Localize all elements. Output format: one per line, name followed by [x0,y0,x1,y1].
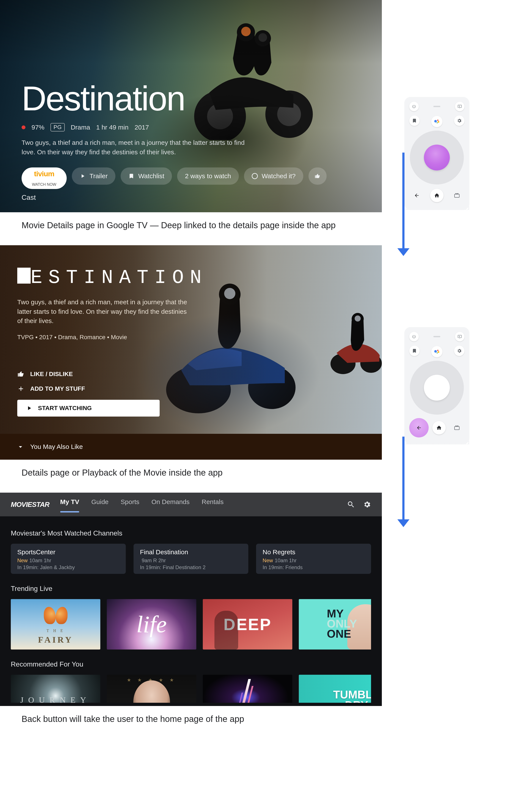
settings-icon[interactable] [363,500,371,509]
dpad-center[interactable] [424,375,450,401]
thumb-title: life [136,611,167,638]
card-title: SportsCenter [17,548,119,556]
thumb-title: TUMBLEDRY [307,689,371,703]
svg-point-11 [437,122,438,123]
plus-icon [17,385,25,393]
cast-heading: Cast [22,194,36,202]
also-label: You May Also Like [30,443,83,451]
genre: Drama [71,124,90,131]
dpad[interactable] [410,130,464,184]
app-synopsis: Two guys, a thief and a rich man, meet i… [17,297,192,326]
play-icon [80,173,86,179]
card-line1: 10am 1hr [275,557,296,563]
dpad[interactable] [410,361,464,415]
thumb-deep[interactable]: DEEP [203,599,292,649]
home-button[interactable] [432,421,446,434]
start-watching-button[interactable]: START WATCHING [17,400,160,416]
flow-arrow-1 [397,152,410,256]
trailer-button[interactable]: Trailer [72,168,115,185]
home-button[interactable] [430,189,443,202]
watched-label: Watched it? [262,172,296,180]
power-button[interactable] [409,332,419,341]
synopsis: Two guys, a thief and a rich man, meet i… [22,138,248,157]
trailer-label: Trailer [89,172,108,180]
ir-dash-icon [433,336,440,337]
channel-card[interactable]: No Regrets New10am 1hr In 19min: Friends [256,544,371,574]
svg-point-22 [438,351,439,353]
channel-card[interactable]: SportsCenter New10am 1hr In 19min: Jalen… [11,544,126,574]
search-icon[interactable] [347,500,355,509]
channel-card[interactable]: Final Destination 9am R 2hr In 19min: Fi… [134,544,248,574]
circle-icon [252,173,258,179]
duration: 1 hr 49 min [96,124,129,131]
year: 2017 [135,124,149,131]
svg-point-8 [434,120,437,123]
start-label: START WATCHING [38,405,92,412]
tab-rentals[interactable]: Rentals [202,498,224,511]
movie-title: Destination [22,79,364,118]
in-app-details-screen: DESTINATION Two guys, a thief and a rich… [0,245,382,460]
svg-point-6 [254,30,271,47]
input-button[interactable] [455,332,464,341]
dpad-center-active[interactable] [424,145,450,171]
rating-dot-icon [22,125,25,129]
thumb-journey[interactable]: JOURNEY [11,675,100,703]
rate-button[interactable] [308,168,327,185]
bookmark-button[interactable] [409,346,420,356]
watch-now-button[interactable]: tivium WATCH NOW [22,168,67,189]
card-line2: In 19min: Jalen & Jackby [17,564,119,571]
svg-point-4 [237,23,255,41]
svg-point-16 [330,353,355,374]
back-button[interactable] [409,188,424,203]
thumbs-icon [315,173,321,179]
app-logo: MOVIESTAR [11,501,49,509]
card-line1: 10am 1hr [29,557,51,563]
chevron-down-icon [17,443,24,450]
svg-point-12 [166,366,231,413]
add-label: ADD TO MY STUFF [30,385,85,392]
you-may-also-like[interactable]: You May Also Like [0,434,382,460]
card-title: Final Destination [140,548,242,556]
movie-meta: 97% PG Drama 1 hr 49 min 2017 [22,123,364,132]
like-dislike-button[interactable]: LIKE / DISLIKE [17,371,160,378]
thumb-life[interactable]: life [107,599,196,649]
settings-button[interactable] [454,346,464,356]
tab-ondemand[interactable]: On Demands [152,498,190,511]
thumb-source[interactable]: THE SOURCE [203,675,292,703]
add-to-stuff-button[interactable]: ADD TO MY STUFF [17,385,160,393]
caption-2: Details page or Playback of the Movie in… [22,468,382,477]
tab-sports[interactable]: Sports [120,498,139,511]
remote-control-1 [404,97,469,209]
svg-point-7 [259,33,267,42]
new-badge: New [263,557,273,563]
top-nav: MOVIESTAR My TV Guide Sports On Demands … [0,493,382,516]
watched-it-button[interactable]: Watched it? [244,168,303,185]
tv-icon[interactable] [454,425,459,430]
assistant-button[interactable] [431,346,442,357]
input-button[interactable] [455,102,464,111]
bookmark-button[interactable] [409,116,420,126]
new-badge: New [17,557,28,563]
tab-mytv[interactable]: My TV [60,498,79,511]
thumb-fairy[interactable]: T H EFAIRY [11,599,100,649]
ways-to-watch-button[interactable]: 2 ways to watch [177,168,239,185]
svg-point-13 [248,366,296,409]
remote-control-2 [404,327,469,444]
svg-point-23 [437,353,438,354]
thumb-title: FAIRY [38,635,73,645]
tv-icon[interactable] [454,193,459,198]
tab-guide[interactable]: Guide [91,498,109,511]
assistant-button[interactable] [431,116,442,127]
heading-trending: Trending Live [11,585,371,592]
power-button[interactable] [409,102,419,111]
ways-label: 2 ways to watch [185,172,231,180]
settings-button[interactable] [454,116,464,126]
watchlist-button[interactable]: Watchlist [120,168,172,185]
caption-3: Back button will take the user to the ho… [22,714,382,724]
thumb-comedian[interactable]: ★ ★ ★ ★ ★ THE COMEDIAN [107,675,196,703]
thumb-myone[interactable]: MY ONLY ONE [299,599,371,649]
title-first-letter: D [17,268,31,284]
svg-point-5 [241,27,251,36]
thumb-tumble[interactable]: TUMBLEDRY [299,675,371,703]
back-button-highlighted[interactable] [409,418,429,437]
